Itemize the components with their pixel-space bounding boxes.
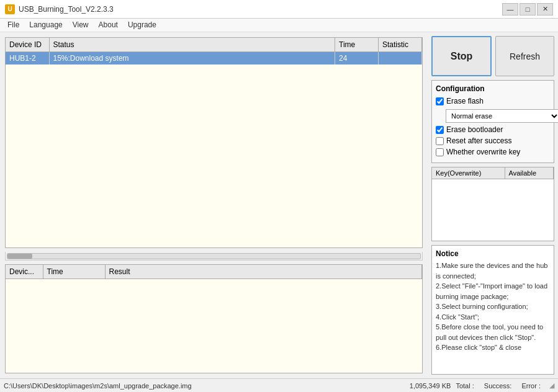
erase-bootloader-item: Erase bootloader [436,125,550,134]
title-bar: U USB_Burning_Tool_V2.2.3.3 — □ ✕ [0,0,558,19]
app-title: USB_Burning_Tool_V2.2.3.3 [19,5,114,14]
configuration-section: Configuration Erase flash Normal erase F… [431,80,554,163]
title-bar-left: U USB_Burning_Tool_V2.2.3.3 [5,4,114,14]
erase-flash-item: Erase flash [436,97,550,105]
col-header-time2: Time [43,265,105,279]
col-header-available: Available [505,167,553,179]
cell-statistic [379,52,422,65]
menu-view[interactable]: View [68,20,94,30]
notice-section: Notice 1.Make sure the devices and the h… [431,245,554,375]
erase-flash-label: Erase flash [446,97,484,105]
menu-about[interactable]: About [94,20,123,30]
table-row[interactable]: HUB1-2 15%:Download system 24 [6,52,422,65]
status-total-label: Total : [456,382,474,390]
erase-bootloader-checkbox[interactable] [436,126,444,134]
log-table-container: Devic... Time Result [5,264,423,373]
action-buttons: Stop Refresh [431,36,554,76]
col-header-key-overwrite: Key(Overwrite) [432,167,505,179]
col-header-status: Status [49,38,335,52]
overwrite-key-checkbox[interactable] [436,148,444,156]
refresh-button[interactable]: Refresh [495,36,554,76]
menu-upgrade[interactable]: Upgrade [123,20,161,30]
notice-title: Notice [436,249,550,258]
cell-device-id: HUB1-2 [6,52,49,65]
status-error-label: Error : [521,382,541,390]
key-table: Key(Overwrite) Available [432,167,554,179]
app-icon: U [5,4,15,14]
status-bar: C:\Users\DK\Desktop\images\m2s\aml_upgra… [0,378,558,392]
horizontal-scrollbar[interactable] [5,252,423,261]
cell-status: 15%:Download system [49,52,335,65]
minimize-button[interactable]: — [502,3,518,16]
close-button[interactable]: ✕ [537,3,553,16]
erase-type-select[interactable]: Normal erase Full erase [446,109,558,123]
col-header-result: Result [105,265,422,279]
overwrite-key-item: Whether overwrite key [436,148,550,156]
erase-bootloader-label: Erase bootloader [446,125,503,134]
status-success-label: Success: [484,382,512,390]
col-header-time: Time [335,38,379,52]
app-icon-text: U [7,6,12,12]
overwrite-key-label: Whether overwrite key [446,148,520,156]
right-panel: Stop Refresh Configuration Erase flash N… [428,32,558,378]
status-size: 1,095,349 KB [410,382,451,390]
configuration-title: Configuration [436,84,550,93]
device-table-container: Device ID Status Time Statistic HUB1-2 1… [5,37,423,248]
device-table-header: Device ID Status Time Statistic [6,38,422,52]
col-header-device: Devic... [6,265,43,279]
log-table-header: Devic... Time Result [6,265,422,279]
menu-bar: File Language View About Upgrade [0,19,558,32]
menu-language[interactable]: Language [24,20,67,30]
erase-flash-checkbox[interactable] [436,97,444,105]
reset-after-success-checkbox[interactable] [436,137,444,145]
log-table: Devic... Time Result [6,265,422,279]
cell-time: 24 [335,52,379,65]
stop-button[interactable]: Stop [431,36,492,76]
reset-after-success-item: Reset after success [436,136,550,145]
status-path: C:\Users\DK\Desktop\images\m2s\aml_upgra… [4,382,410,390]
main-content: Device ID Status Time Statistic HUB1-2 1… [0,32,558,378]
maximize-button[interactable]: □ [520,3,536,16]
col-header-statistic: Statistic [379,38,422,52]
window-controls: — □ ✕ [502,3,553,16]
key-table-header: Key(Overwrite) Available [432,167,554,179]
col-header-device-id: Device ID [6,38,49,52]
notice-text: 1.Make sure the devices and the hub is c… [436,261,550,353]
key-table-container: Key(Overwrite) Available [431,167,554,241]
menu-file[interactable]: File [2,20,24,30]
scrollbar-thumb[interactable] [7,254,32,259]
left-panel: Device ID Status Time Statistic HUB1-2 1… [0,32,428,378]
resize-handle: ◢ [546,381,554,390]
reset-after-success-label: Reset after success [446,136,511,145]
scrollbar-track[interactable] [7,253,421,259]
device-table: Device ID Status Time Statistic HUB1-2 1… [6,38,422,65]
